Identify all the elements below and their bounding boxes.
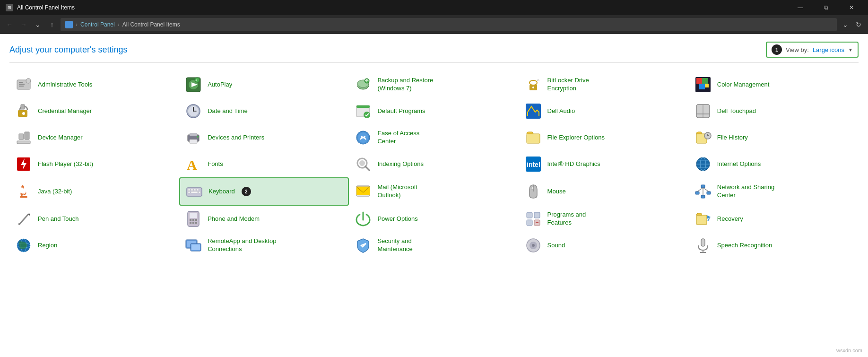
item-intel-graphics[interactable]: intel Intel® HD Graphics bbox=[519, 151, 689, 177]
svg-rect-72 bbox=[188, 192, 190, 193]
label-internet-options: Internet Options bbox=[717, 160, 761, 168]
back-button[interactable]: ← bbox=[4, 19, 15, 30]
icon-administrative-tools bbox=[14, 75, 33, 94]
item-recovery[interactable]: Recovery bbox=[689, 206, 859, 232]
dropdown-button[interactable]: ⌄ bbox=[840, 19, 851, 30]
item-sound[interactable]: Sound bbox=[519, 232, 689, 259]
svg-line-89 bbox=[20, 214, 28, 224]
icon-region bbox=[14, 236, 33, 255]
breadcrumb-control-panel[interactable]: Control Panel bbox=[80, 21, 115, 28]
icon-autoplay: + bbox=[184, 75, 203, 94]
item-pen-touch[interactable]: Pen and Touch bbox=[9, 206, 179, 232]
label-intel-graphics: Intel® HD Graphics bbox=[547, 160, 600, 168]
item-device-manager[interactable]: Device Manager bbox=[9, 124, 179, 151]
item-autoplay[interactable]: + AutoPlay bbox=[179, 71, 349, 98]
svg-rect-71 bbox=[197, 189, 199, 191]
label-fonts: Fonts bbox=[208, 160, 223, 168]
svg-rect-97 bbox=[190, 222, 191, 224]
item-phone-modem[interactable]: Phone and Modem bbox=[179, 206, 349, 232]
item-mouse[interactable]: Mouse bbox=[519, 177, 689, 206]
svg-point-117 bbox=[532, 244, 535, 247]
view-by-value[interactable]: Large icons bbox=[813, 46, 844, 53]
icon-programs-features bbox=[524, 209, 543, 228]
refresh-button[interactable]: ↻ bbox=[853, 19, 864, 30]
svg-rect-21 bbox=[699, 84, 705, 89]
item-flash-player[interactable]: Flash Player (32-bit) bbox=[9, 151, 179, 177]
item-mail[interactable]: Mail (MicrosoftOutlook) bbox=[349, 177, 519, 206]
label-color-management: Color Management bbox=[717, 81, 770, 89]
item-date-time[interactable]: Date and Time bbox=[179, 98, 349, 124]
forward-button[interactable]: → bbox=[18, 19, 29, 30]
item-backup-restore[interactable]: Backup and Restore(Windows 7) bbox=[349, 71, 519, 98]
item-dell-touchpad[interactable]: Dell Touchpad bbox=[689, 98, 859, 124]
item-ease-access[interactable]: Ease of AccessCenter bbox=[349, 124, 519, 151]
item-file-history[interactable]: File History bbox=[689, 124, 859, 151]
minimize-button[interactable]: — bbox=[790, 0, 811, 15]
item-remoteapp[interactable]: RemoteApp and DesktopConnections bbox=[179, 232, 349, 259]
label-sound: Sound bbox=[547, 242, 565, 250]
label-phone-modem: Phone and Modem bbox=[208, 215, 260, 223]
restore-button[interactable]: ⧉ bbox=[815, 0, 837, 15]
item-administrative-tools[interactable]: Administrative Tools bbox=[9, 71, 179, 98]
icon-phone-modem bbox=[184, 209, 203, 228]
item-region[interactable]: Region bbox=[9, 232, 179, 259]
item-power[interactable]: Power Options bbox=[349, 206, 519, 232]
label-power: Power Options bbox=[377, 215, 417, 223]
icon-devices-printers bbox=[184, 128, 203, 147]
item-programs-features[interactable]: Programs andFeatures bbox=[519, 206, 689, 232]
window-icon: ⊞ bbox=[6, 4, 13, 11]
svg-rect-93 bbox=[190, 213, 197, 218]
icon-sound bbox=[524, 236, 543, 255]
item-file-explorer[interactable]: File Explorer Options bbox=[519, 124, 689, 151]
label-pen-touch: Pen and Touch bbox=[38, 215, 79, 223]
label-indexing: Indexing Options bbox=[377, 160, 424, 168]
address-bar: ← → ⌄ ↑ › Control Panel › All Control Pa… bbox=[0, 15, 868, 34]
icon-flash-player bbox=[14, 155, 33, 174]
svg-rect-42 bbox=[190, 139, 197, 143]
icon-internet-options bbox=[694, 155, 712, 174]
view-by-label: View by: bbox=[786, 46, 809, 53]
label-administrative-tools: Administrative Tools bbox=[38, 81, 92, 89]
breadcrumb-sep1: › bbox=[76, 21, 78, 28]
svg-point-46 bbox=[361, 136, 363, 138]
item-security-maintenance[interactable]: Security andMaintenance bbox=[349, 232, 519, 259]
item-keyboard[interactable]: Keyboard 2 bbox=[179, 177, 349, 206]
items-grid: Administrative Tools + AutoPlay Backup a… bbox=[9, 71, 859, 259]
item-bitlocker[interactable]: BitLocker DriveEncryption bbox=[519, 71, 689, 98]
item-credential-manager[interactable]: Credential Manager bbox=[9, 98, 179, 124]
recent-button[interactable]: ⌄ bbox=[32, 19, 43, 30]
item-network-sharing[interactable]: Network and SharingCenter bbox=[689, 177, 859, 206]
svg-rect-20 bbox=[702, 78, 708, 84]
item-indexing[interactable]: Indexing Options bbox=[349, 151, 519, 177]
item-fonts[interactable]: A Fonts bbox=[179, 151, 349, 177]
item-default-programs[interactable]: Default Programs bbox=[349, 98, 519, 124]
label-bitlocker: BitLocker DriveEncryption bbox=[547, 77, 589, 93]
label-default-programs: Default Programs bbox=[377, 107, 425, 115]
item-dell-audio[interactable]: Dell Audio bbox=[519, 98, 689, 124]
svg-point-15 bbox=[529, 80, 537, 85]
icon-mouse bbox=[524, 182, 543, 201]
item-java[interactable]: Java (32-bit) bbox=[9, 177, 179, 206]
label-remoteapp: RemoteApp and DesktopConnections bbox=[208, 237, 276, 253]
icon-indexing bbox=[354, 155, 373, 174]
label-autoplay: AutoPlay bbox=[208, 81, 232, 89]
svg-rect-1 bbox=[19, 82, 23, 83]
icon-backup-restore bbox=[354, 75, 373, 94]
item-internet-options[interactable]: Internet Options bbox=[689, 151, 859, 177]
up-button[interactable]: ↑ bbox=[46, 19, 58, 30]
close-button[interactable]: ✕ bbox=[841, 0, 862, 15]
icon-keyboard bbox=[185, 182, 204, 201]
svg-rect-101 bbox=[527, 212, 532, 218]
svg-rect-106 bbox=[696, 215, 707, 225]
svg-rect-76 bbox=[356, 187, 370, 195]
header-row: Adjust your computer's settings 1 View b… bbox=[9, 42, 859, 63]
address-box[interactable]: › Control Panel › All Control Panel Item… bbox=[61, 18, 837, 31]
label-devices-printers: Devices and Printers bbox=[208, 134, 264, 142]
item-speech[interactable]: Speech Recognition bbox=[689, 232, 859, 259]
svg-rect-84 bbox=[707, 192, 711, 194]
item-devices-printers[interactable]: Devices and Printers bbox=[179, 124, 349, 151]
label-dell-touchpad: Dell Touchpad bbox=[717, 107, 756, 115]
icon-dell-audio bbox=[524, 102, 543, 121]
view-by-container[interactable]: 1 View by: Large icons ▼ bbox=[766, 42, 859, 58]
item-color-management[interactable]: Color Management bbox=[689, 71, 859, 98]
